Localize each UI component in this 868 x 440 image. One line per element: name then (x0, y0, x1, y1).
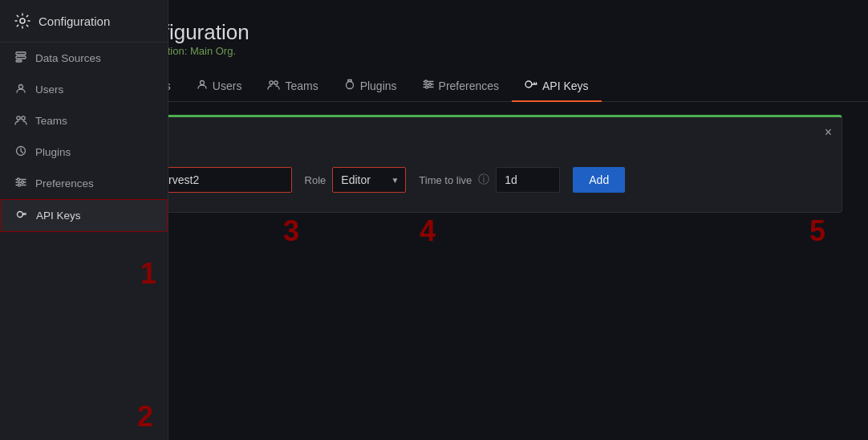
svg-point-19 (18, 184, 21, 186)
context-menu-preferences-label: Preferences (35, 177, 94, 189)
tab-teams[interactable]: Teams (254, 71, 331, 102)
svg-point-13 (19, 85, 23, 89)
role-label: Role (305, 174, 327, 186)
ttl-label: Time to live (419, 174, 472, 186)
svg-point-18 (22, 181, 24, 184)
context-menu-data-sources-label: Data Sources (35, 52, 101, 64)
preferences-icon (14, 177, 27, 190)
teams-tab-icon (267, 79, 280, 92)
preferences-tab-icon (423, 79, 434, 92)
role-group: Role Viewer Editor Admin ▼ (305, 167, 407, 193)
context-menu-item-api-keys[interactable]: API Keys (0, 199, 168, 232)
role-select[interactable]: Viewer Editor Admin (333, 168, 405, 192)
key-name-input[interactable] (148, 167, 292, 193)
step-5: 5 (809, 214, 825, 248)
svg-point-27 (346, 82, 353, 89)
add-api-key-card: Add API Key Key name Role Viewer Editor … (74, 115, 842, 213)
main-content: Configuration Organization: Main Org. Da… (48, 0, 868, 440)
close-button[interactable]: × (825, 125, 832, 140)
context-menu-item-data-sources[interactable]: Data Sources (0, 43, 168, 74)
plugins-tab-icon (344, 79, 355, 92)
svg-point-30 (425, 86, 428, 88)
tab-api-keys[interactable]: API Keys (512, 71, 602, 102)
svg-rect-12 (16, 60, 22, 62)
step-1: 1 (140, 257, 156, 291)
tab-api-keys-label: API Keys (542, 79, 589, 92)
svg-point-29 (428, 84, 431, 86)
svg-rect-11 (16, 56, 26, 59)
tab-plugins-label: Plugins (360, 79, 397, 92)
tab-users-label: Users (213, 79, 242, 92)
context-menu-header: Configuration (0, 0, 168, 43)
users-icon (14, 83, 27, 96)
svg-point-31 (525, 81, 532, 88)
page-header: Configuration Organization: Main Org. (48, 0, 868, 71)
api-form: Key name Role Viewer Editor Admin ▼ (94, 167, 822, 193)
context-menu-api-keys-label: API Keys (36, 210, 81, 222)
svg-point-24 (200, 81, 204, 85)
svg-point-25 (270, 81, 273, 84)
step-3: 3 (283, 214, 299, 248)
api-keys-icon-menu (15, 209, 28, 222)
context-menu-teams-label: Teams (35, 115, 67, 127)
svg-point-17 (18, 178, 20, 181)
tab-preferences[interactable]: Preferences (410, 71, 512, 102)
context-menu-users-label: Users (35, 84, 63, 96)
ttl-input[interactable] (496, 167, 560, 193)
data-sources-icon (14, 51, 27, 65)
svg-rect-10 (16, 52, 26, 55)
context-menu-item-plugins[interactable]: Plugins (0, 136, 168, 168)
plugins-icon (14, 145, 27, 159)
context-menu-item-preferences[interactable]: Preferences (0, 168, 168, 199)
tab-users[interactable]: Users (184, 71, 255, 102)
step-4: 4 (420, 214, 436, 248)
teams-icon (14, 114, 27, 128)
role-select-wrapper: Viewer Editor Admin ▼ (332, 167, 406, 193)
context-menu-item-teams[interactable]: Teams (0, 105, 168, 136)
api-keys-tab-icon (525, 79, 537, 92)
step-2: 2 (137, 400, 153, 434)
users-tab-icon (197, 79, 208, 92)
context-menu-plugins-label: Plugins (35, 146, 71, 158)
svg-point-28 (424, 80, 427, 83)
svg-point-15 (22, 116, 25, 120)
card-title: Add API Key (94, 136, 822, 151)
ttl-info-icon[interactable]: ⓘ (478, 173, 489, 187)
context-menu: Configuration Data Sources Users Teams P… (0, 0, 168, 440)
page-content: Add API Key Key name Role Viewer Editor … (48, 102, 868, 440)
svg-point-14 (17, 116, 20, 120)
svg-point-26 (274, 81, 278, 84)
ttl-group: Time to live ⓘ (419, 167, 560, 193)
context-menu-item-users[interactable]: Users (0, 74, 168, 105)
tab-teams-label: Teams (285, 79, 318, 92)
tab-preferences-label: Preferences (439, 79, 499, 92)
add-button[interactable]: Add (573, 167, 625, 193)
tabs-bar: Data Sources Users Teams Plugins Prefere… (48, 71, 868, 102)
tab-plugins[interactable]: Plugins (331, 71, 410, 102)
context-menu-title: Configuration (39, 14, 110, 28)
